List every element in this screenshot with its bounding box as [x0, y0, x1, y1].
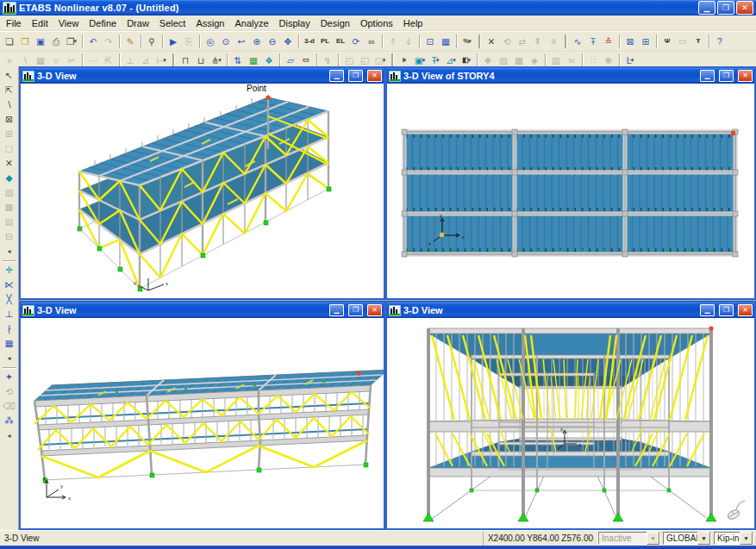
snap-to-lines-button-dropdown[interactable]: ▾	[163, 57, 166, 64]
draw-rect-area-tool[interactable]: ▨	[1, 185, 18, 200]
selected-point-marker[interactable]	[709, 326, 713, 330]
assign-temperature-loads-button[interactable]: ◈	[527, 53, 542, 68]
zoom-out-one-step-button[interactable]: ⊖	[265, 34, 280, 49]
align-points-button[interactable]: ⇞	[530, 34, 546, 49]
child-titlebar[interactable]: 3-D View ▁ ❐ ✕	[21, 303, 384, 318]
select-reshape-tool[interactable]: ⇱	[1, 83, 18, 97]
similar-stories-toggle[interactable]: ⇅	[230, 53, 246, 68]
print-preview-button[interactable]: ❐▾	[64, 34, 79, 49]
snap-to-intersections-button[interactable]: ╳	[1, 292, 18, 307]
main-titlebar[interactable]: ETABS Nonlinear v8.07 - (Untitled) ▁ ❐ ✕	[0, 0, 756, 16]
assign-line-loads-button[interactable]: ▨	[496, 53, 511, 68]
canvas-plan-story4[interactable]: y x z	[387, 84, 754, 298]
assign-wall-area-sections-button-dropdown[interactable]: ▾	[422, 57, 426, 64]
child-restore-button[interactable]: ❐	[719, 70, 734, 82]
redo-button[interactable]: ↷	[101, 34, 116, 49]
draw-point-objects-button[interactable]: ⌖	[2, 53, 17, 68]
new-model-button[interactable]: ❏	[2, 34, 17, 49]
draw-area-tool[interactable]: ◆	[1, 171, 18, 185]
show-undeformed-shape-button[interactable]: ∿	[570, 34, 585, 49]
steel-design-button[interactable]: Ŧ	[690, 34, 706, 49]
child-minimize-button[interactable]: ▁	[700, 70, 715, 82]
menu-assign[interactable]: Assign	[191, 16, 229, 30]
draw-quick-frame-button[interactable]: ⋔▾	[209, 53, 224, 68]
assign-pier-labels-button[interactable]: ◧▾	[459, 53, 474, 68]
menu-options[interactable]: Options	[355, 16, 398, 30]
show-deformed-shape-button[interactable]: Ŧ	[585, 34, 601, 49]
more-select-tools-button[interactable]: ◂	[1, 428, 18, 443]
object-shrink-toggle-button[interactable]: ⊡	[422, 34, 438, 49]
canvas-3d-view-low[interactable]: z x y	[21, 318, 384, 528]
rubber-band-zoom-button[interactable]: ◎	[203, 34, 218, 49]
set-building-view-options-button[interactable]: ▦	[438, 34, 453, 49]
child-restore-button[interactable]: ❐	[348, 70, 363, 82]
clear-selection-button[interactable]: ⌫	[1, 399, 18, 414]
menu-draw[interactable]: Draw	[122, 16, 154, 30]
selected-point-marker[interactable]	[731, 131, 735, 135]
assign-diaphragms-button[interactable]: ⊿▾	[443, 53, 459, 68]
menu-help[interactable]: Help	[398, 16, 428, 30]
help-button[interactable]: ?	[712, 34, 728, 49]
draw-braces-tool[interactable]: ⊠	[1, 112, 18, 127]
child-restore-button[interactable]: ❐	[719, 304, 734, 316]
assign-point-loads-button[interactable]: ❖	[480, 53, 496, 68]
set-elevation-view-button[interactable]: EL	[333, 34, 348, 49]
dropdown-icon[interactable]: ▾	[740, 532, 753, 545]
show-input-assignments-button[interactable]: ≍	[564, 53, 579, 68]
snap-to-fine-grid-button[interactable]: ▦	[1, 336, 18, 351]
move-up-in-list-button[interactable]: ⇑	[385, 34, 401, 49]
more-draw-tools-button[interactable]: ◂	[1, 244, 18, 259]
quick-draw-braces-tool[interactable]: ▢	[1, 141, 18, 156]
undo-button[interactable]: ↶	[85, 34, 101, 49]
menu-design[interactable]: Design	[316, 16, 355, 30]
move-down-in-list-button[interactable]: ⇓	[401, 34, 416, 49]
snap-to-grid-points-button[interactable]: ✛	[1, 263, 18, 278]
canvas-3d-view[interactable]: x y Point	[21, 84, 384, 298]
print-preview-button-dropdown[interactable]: ▾	[73, 38, 77, 45]
dropdown-icon[interactable]: ▾	[697, 532, 710, 545]
snap-to-points-button[interactable]: ⊿	[138, 53, 153, 68]
snap-to-lines-button[interactable]: ⊢▾	[153, 53, 169, 68]
interactive-database-button[interactable]: ❋	[601, 53, 616, 68]
story-data-button[interactable]: ❖	[261, 53, 277, 68]
assign-wall-area-sections-button[interactable]: ▣▾	[412, 53, 428, 68]
set-3d-view-button[interactable]: 3-d	[302, 34, 317, 49]
draw-frame-objects-button[interactable]: ⊔	[193, 53, 209, 68]
select-by-intersecting-line-button[interactable]: ⁂	[1, 414, 18, 428]
canvas-3d-perspective[interactable]: z x	[387, 318, 754, 528]
assign-joint-restraints-button-dropdown[interactable]: ▾	[436, 57, 440, 64]
child-close-button[interactable]: ✕	[738, 70, 753, 82]
previous-zoom-button[interactable]: ↩	[234, 34, 249, 49]
assign-diaphragms-button-dropdown[interactable]: ▾	[453, 57, 456, 64]
divide-lines-button[interactable]: ◱	[357, 53, 372, 68]
select-pointer-tool[interactable]: ↖	[1, 68, 18, 83]
frame-design-button[interactable]: Ψ	[659, 34, 675, 49]
child-titlebar[interactable]: 3-D View of STORY4 ▁ ❐ ✕	[387, 68, 754, 84]
select-all-button[interactable]: ✦	[1, 370, 18, 384]
display-load-cases-button[interactable]: ⊞	[638, 34, 653, 49]
draw-section-cut-button[interactable]: ✂	[64, 53, 79, 68]
child-restore-button[interactable]: ❐	[348, 304, 363, 316]
menu-analyze[interactable]: Analyze	[229, 16, 273, 30]
quick-draw-area-tool[interactable]: ▩	[1, 200, 18, 215]
draw-reference-plane-button[interactable]: ⇱	[101, 53, 116, 68]
menu-display[interactable]: Display	[274, 16, 316, 30]
reshape-objects-button[interactable]: ◰	[341, 53, 357, 68]
pan-button[interactable]: ✥	[280, 34, 296, 49]
menu-define[interactable]: Define	[84, 16, 122, 30]
snap-to-lines-button[interactable]: ∤	[1, 321, 18, 336]
display-static-loads-button[interactable]: ⊠	[622, 34, 638, 49]
rotate-3d-view-button[interactable]: ⟳	[348, 34, 364, 49]
snap-options-button[interactable]: Ŀ▾	[622, 53, 638, 68]
refresh-window-button[interactable]: ✎	[122, 34, 138, 49]
draw-reference-point-button[interactable]: ⋯	[85, 53, 101, 68]
draw-links-tool[interactable]: ✕	[1, 156, 18, 171]
zoom-in-one-step-button[interactable]: ⊕	[249, 34, 265, 49]
restore-full-view-button[interactable]: ⊙	[218, 34, 234, 49]
restore-previous-selection-button[interactable]: ⟲	[1, 384, 18, 399]
print-graphics-button[interactable]: ⎙	[48, 34, 64, 49]
snap-to-grid-button[interactable]: ⊥	[122, 53, 138, 68]
draw-floor-areas-button[interactable]: ▭	[298, 53, 314, 68]
paint-properties-button[interactable]: ∷	[585, 53, 601, 68]
status-units-combo[interactable]: Kip-in ▾	[714, 532, 753, 545]
